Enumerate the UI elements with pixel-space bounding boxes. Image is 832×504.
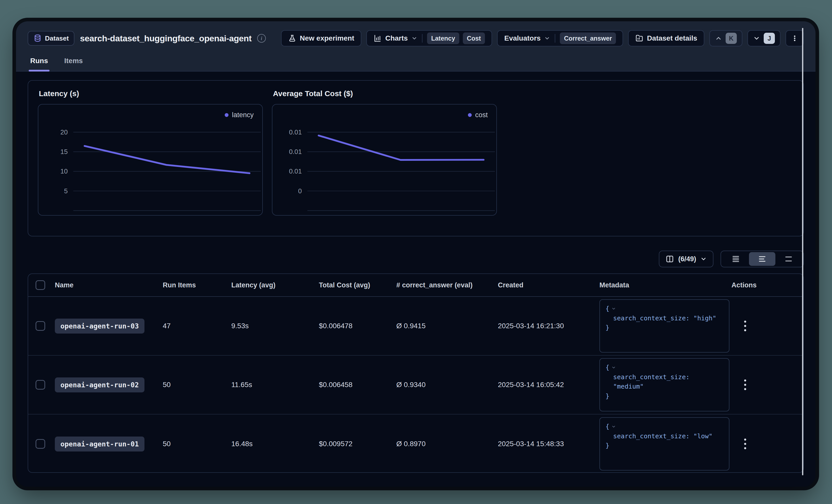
json-brace-close: } — [605, 391, 609, 401]
row-height-toggle — [721, 251, 804, 267]
dataset-type-badge: Dataset — [28, 31, 74, 46]
dataset-details-label: Dataset details — [647, 34, 697, 43]
row-checkbox[interactable] — [35, 321, 45, 331]
run-items-value: 50 — [160, 381, 229, 389]
chevron-down-icon — [544, 35, 550, 41]
dataset-details-button[interactable]: Dataset details — [628, 30, 704, 47]
row-checkbox[interactable] — [35, 439, 45, 449]
created-value: 2025-03-14 15:48:33 — [495, 440, 597, 448]
column-header-metadata[interactable]: Metadata — [597, 281, 729, 289]
cost-chart-card: cost 0.010.010.010 — [272, 104, 497, 216]
latency-value: 16.48s — [229, 440, 316, 448]
new-experiment-button[interactable]: New experiment — [281, 30, 362, 47]
row-actions-button[interactable] — [740, 317, 750, 335]
column-header-run-items[interactable]: Run Items — [160, 281, 229, 289]
tab-runs[interactable]: Runs — [29, 54, 50, 71]
svg-text:0.01: 0.01 — [289, 148, 302, 155]
legend-dot — [468, 113, 472, 117]
rows-tall-icon — [784, 254, 793, 263]
correct-answer-value: Ø 0.9415 — [394, 322, 495, 330]
metadata-json[interactable]: { search_context_size: "high" } — [599, 299, 729, 353]
latency-legend: latency — [225, 111, 254, 119]
table-row[interactable]: openai-agent-run-02 50 11.65s $0.006458 … — [28, 356, 803, 415]
charts-panel: Latency (s) latency 2015105 Average Tota… — [28, 80, 804, 236]
column-header-latency[interactable]: Latency (avg) — [229, 281, 316, 289]
run-name-link[interactable]: openai-agent-run-03 — [55, 318, 145, 334]
table-row[interactable]: openai-agent-run-03 47 9.53s $0.006478 Ø… — [28, 297, 803, 356]
tab-bar: Runs Items — [28, 54, 804, 71]
correct-answer-value: Ø 0.9340 — [394, 381, 495, 389]
chart-pill-latency[interactable]: Latency — [427, 32, 459, 44]
metadata-entry: search_context_size: "medium" — [613, 372, 723, 391]
collapse-chevron-icon[interactable] — [612, 365, 616, 370]
row-actions-button[interactable] — [740, 376, 750, 394]
collapse-chevron-icon[interactable] — [612, 424, 616, 429]
json-brace-open: { — [605, 363, 609, 372]
shortcut-key-j: J — [764, 33, 775, 44]
run-items-value: 50 — [160, 440, 229, 448]
column-header-total-cost[interactable]: Total Cost (avg) — [316, 281, 394, 289]
tab-runs-label: Runs — [30, 57, 48, 65]
scrollbar-thumb[interactable] — [802, 28, 803, 475]
column-selector-button[interactable]: (6/49) — [659, 251, 713, 267]
latency-value: 9.53s — [229, 322, 316, 330]
run-items-value: 47 — [160, 322, 229, 330]
divider — [422, 34, 422, 43]
kebab-menu-icon — [791, 35, 798, 42]
chevron-down-icon — [700, 256, 707, 262]
run-name-link[interactable]: openai-agent-run-02 — [55, 377, 145, 392]
metadata-entry: search_context_size: "low" — [613, 431, 712, 441]
density-compact-button[interactable] — [723, 252, 749, 266]
column-header-created[interactable]: Created — [495, 281, 597, 289]
correct-answer-value: Ø 0.8970 — [394, 440, 495, 448]
metadata-json[interactable]: { search_context_size: "low" } — [599, 417, 729, 471]
tab-items[interactable]: Items — [63, 54, 84, 71]
prev-run-button[interactable]: K — [709, 30, 743, 47]
evaluators-control[interactable]: Evaluators Correct_answer — [497, 30, 623, 47]
latency-chart-title: Latency (s) — [39, 89, 263, 98]
tab-items-label: Items — [64, 57, 83, 65]
column-header-actions: Actions — [729, 281, 803, 289]
run-name-link[interactable]: openai-agent-run-01 — [55, 437, 145, 451]
density-medium-button[interactable] — [749, 252, 775, 266]
column-header-correct-answer[interactable]: # correct_answer (eval) — [394, 281, 495, 289]
latency-value: 11.65s — [229, 381, 316, 389]
collapse-chevron-icon[interactable] — [612, 306, 616, 311]
database-icon — [33, 34, 42, 43]
main-content: Latency (s) latency 2015105 Average Tota… — [16, 80, 815, 473]
created-value: 2025-03-14 16:05:42 — [495, 381, 597, 389]
toolbar: Dataset search-dataset_huggingface_opena… — [28, 29, 804, 48]
density-tall-button[interactable] — [775, 252, 802, 266]
metadata-entry: search_context_size: "high" — [613, 313, 716, 323]
row-actions-button[interactable] — [740, 435, 750, 453]
chart-pill-cost[interactable]: Cost — [463, 32, 485, 44]
page-title: search-dataset_huggingface_openai-agent — [80, 33, 252, 44]
json-brace-close: } — [605, 441, 609, 450]
folder-icon — [635, 34, 643, 43]
charts-control[interactable]: Charts Latency Cost — [366, 30, 492, 47]
row-checkbox[interactable] — [35, 380, 45, 390]
latency-chart-card: latency 2015105 — [38, 104, 263, 216]
charts-dropdown-label: Charts — [385, 34, 408, 43]
svg-text:0: 0 — [298, 188, 302, 195]
svg-text:0.01: 0.01 — [289, 168, 302, 175]
next-run-button[interactable]: J — [748, 30, 780, 47]
rows-compact-icon — [731, 254, 740, 263]
header-menu-button[interactable] — [785, 30, 804, 47]
created-value: 2025-03-14 16:21:30 — [495, 322, 597, 330]
select-all-checkbox[interactable] — [35, 280, 45, 290]
legend-label: cost — [475, 111, 488, 119]
latency-chart-block: Latency (s) latency 2015105 — [38, 88, 263, 229]
rows-medium-icon — [758, 254, 767, 263]
json-brace-open: { — [605, 422, 609, 431]
table-row[interactable]: openai-agent-run-01 50 16.48s $0.009572 … — [28, 415, 803, 473]
metadata-json[interactable]: { search_context_size: "medium" } — [599, 358, 729, 412]
shortcut-key-k: K — [726, 33, 737, 44]
evaluator-pill-correct-answer[interactable]: Correct_answer — [560, 32, 616, 44]
chevron-down-icon — [753, 35, 760, 42]
cost-chart-block: Average Total Cost ($) cost 0.010.010.01… — [272, 88, 497, 229]
column-header-name[interactable]: Name — [52, 281, 160, 289]
info-icon[interactable]: i — [257, 34, 266, 43]
legend-label: latency — [232, 111, 254, 119]
json-brace-close: } — [605, 323, 609, 333]
